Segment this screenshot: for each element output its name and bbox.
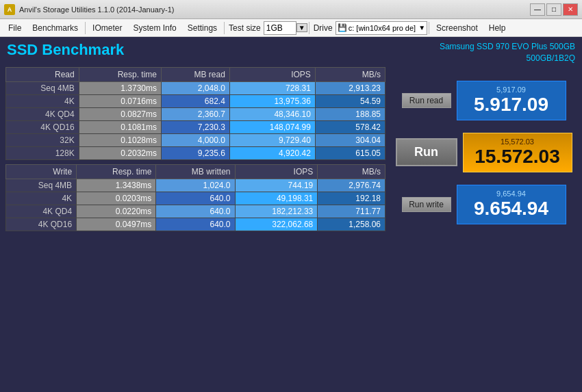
row-label: 4K QD16	[6, 218, 77, 231]
col-resp-time-w: Resp. time	[77, 164, 156, 179]
menu-help[interactable]: Help	[483, 21, 511, 35]
mbs-cell: 188.85	[315, 107, 385, 120]
benchmark-header: SSD Benchmark Samsung SSD 970 EVO Plus 5…	[0, 37, 582, 67]
run-button[interactable]: Run	[396, 138, 457, 166]
read-table: Read Resp. time MB read IOPS MB/s Seq 4M…	[5, 67, 385, 160]
resp-time-cell: 1.3438ms	[77, 179, 156, 192]
mb-cell: 7,230.3	[162, 120, 230, 133]
mb-cell: 640.0	[156, 218, 235, 231]
row-label: 4K QD16	[6, 120, 79, 133]
col-iops-write: IOPS	[235, 164, 318, 179]
mbs-cell: 192.18	[318, 192, 385, 205]
menu-benchmarks[interactable]: Benchmarks	[27, 21, 84, 35]
mb-cell: 1,024.0	[156, 179, 235, 192]
drive-value: c: [win10x64 pro de]	[349, 24, 416, 32]
menu-sep-2	[224, 22, 225, 34]
drive-info-line1: Samsung SSD 970 EVO Plus 500GB	[440, 41, 575, 53]
iops-cell: 322,062.68	[235, 218, 318, 231]
menu-settings[interactable]: Settings	[182, 21, 223, 35]
menu-file[interactable]: File	[3, 21, 27, 35]
mbs-cell: 1,258.06	[318, 218, 385, 231]
iops-cell: 9,729.40	[229, 133, 315, 146]
col-mbs-write: MB/s	[318, 164, 385, 179]
row-label: 4K	[6, 94, 79, 107]
read-score-small: 5,917.09	[466, 86, 557, 94]
table-row: 4K 0.0203ms 640.0 49,198.31 192.18	[6, 192, 385, 205]
col-mb-written: MB written	[156, 164, 235, 179]
run-read-row: Run read 5,917.09 5.917.09	[391, 81, 577, 120]
mbs-cell: 711.77	[318, 205, 385, 218]
menubar: File Benchmarks IOmeter System Info Sett…	[0, 19, 582, 37]
window-title: Anvil's Storage Utilities 1.1.0 (2014-Ja…	[19, 5, 530, 14]
mb-cell: 640.0	[156, 192, 235, 205]
drive-select[interactable]: 💾 c: [win10x64 pro de] ▼	[336, 21, 427, 35]
col-resp-time: Resp. time	[79, 67, 161, 81]
resp-time-cell: 1.3730ms	[79, 81, 161, 94]
read-score-large: 5.917.09	[466, 94, 557, 116]
maximize-button[interactable]: □	[546, 3, 561, 16]
col-write: Write	[6, 164, 77, 179]
right-panel: Run read 5,917.09 5.917.09 Run 15,572.03…	[391, 67, 577, 388]
run-write-button[interactable]: Run write	[402, 197, 451, 212]
mb-cell: 2,048.0	[162, 81, 230, 94]
write-table: Write Resp. time MB written IOPS MB/s Se…	[5, 164, 385, 231]
iops-cell: 728.31	[229, 81, 315, 94]
mb-cell: 9,235.6	[162, 146, 230, 159]
menu-sep-4	[429, 22, 429, 34]
table-row: 4K QD16 0.0497ms 640.0 322,062.68 1,258.…	[6, 218, 385, 231]
iops-cell: 148,074.99	[229, 120, 315, 133]
table-row: Seq 4MB 1.3730ms 2,048.0 728.31 2,913.23	[6, 81, 385, 94]
mbs-cell: 304.04	[315, 133, 385, 146]
iops-cell: 182,212.33	[235, 205, 318, 218]
drive-info: Samsung SSD 970 EVO Plus 500GB 500GB/1B2…	[440, 41, 575, 64]
mbs-cell: 2,976.74	[318, 179, 385, 192]
run-read-button[interactable]: Run read	[402, 93, 451, 108]
mb-cell: 4,000.0	[162, 133, 230, 146]
mb-cell: 640.0	[156, 205, 235, 218]
window-controls: — □ ✕	[530, 3, 578, 16]
resp-time-cell: 0.0716ms	[79, 94, 161, 107]
mbs-cell: 578.42	[315, 120, 385, 133]
total-score-small: 15,572.03	[472, 138, 564, 146]
table-row: Seq 4MB 1.3438ms 1,024.0 744.19 2,976.74	[6, 179, 385, 192]
iops-cell: 4,920.42	[229, 146, 315, 159]
titlebar: A Anvil's Storage Utilities 1.1.0 (2014-…	[0, 0, 582, 19]
benchmark-tables: Read Resp. time MB read IOPS MB/s Seq 4M…	[5, 67, 385, 388]
table-row: 4K 0.0716ms 682.4 13,975.36 54.59	[6, 94, 385, 107]
resp-time-cell: 0.2032ms	[79, 146, 161, 159]
test-size-dropdown[interactable]: ▼	[296, 23, 307, 32]
col-mbs-read: MB/s	[315, 67, 385, 81]
col-read: Read	[6, 67, 79, 81]
ssd-benchmark-title: SSD Benchmark	[7, 41, 124, 59]
row-label: 4K QD4	[6, 107, 79, 120]
mb-cell: 682.4	[162, 94, 230, 107]
run-row: Run 15,572.03 15.572.03	[391, 133, 577, 172]
col-mb-read: MB read	[162, 67, 230, 81]
write-score-small: 9,654.94	[466, 190, 557, 198]
resp-time-cell: 0.0827ms	[79, 107, 161, 120]
write-score-large: 9.654.94	[466, 198, 557, 220]
table-row: 4K QD4 0.0827ms 2,360.7 48,346.10 188.85	[6, 107, 385, 120]
menu-iometer[interactable]: IOmeter	[87, 21, 127, 35]
test-size-label: Test size	[226, 23, 264, 33]
row-label: 128K	[6, 146, 79, 159]
iops-cell: 49,198.31	[235, 192, 318, 205]
test-size-input[interactable]	[264, 21, 296, 35]
row-label: 32K	[6, 133, 79, 146]
minimize-button[interactable]: —	[530, 3, 545, 16]
col-iops-read: IOPS	[229, 67, 315, 81]
resp-time-cell: 0.0203ms	[77, 192, 156, 205]
mbs-cell: 615.05	[315, 146, 385, 159]
menu-system-info[interactable]: System Info	[127, 21, 181, 35]
total-score-box: 15,572.03 15.572.03	[463, 133, 572, 172]
read-score-box: 5,917.09 5.917.09	[457, 81, 566, 120]
row-label: Seq 4MB	[6, 81, 79, 94]
close-button[interactable]: ✕	[563, 3, 578, 16]
run-write-row: Run write 9,654.94 9.654.94	[391, 185, 577, 224]
table-row: 4K QD16 0.1081ms 7,230.3 148,074.99 578.…	[6, 120, 385, 133]
iops-cell: 48,346.10	[229, 107, 315, 120]
table-row: 128K 0.2032ms 9,235.6 4,920.42 615.05	[6, 146, 385, 159]
menu-screenshot[interactable]: Screenshot	[431, 21, 483, 35]
main-area: SSD Benchmark Samsung SSD 970 EVO Plus 5…	[0, 37, 582, 392]
row-label: Seq 4MB	[6, 179, 77, 192]
